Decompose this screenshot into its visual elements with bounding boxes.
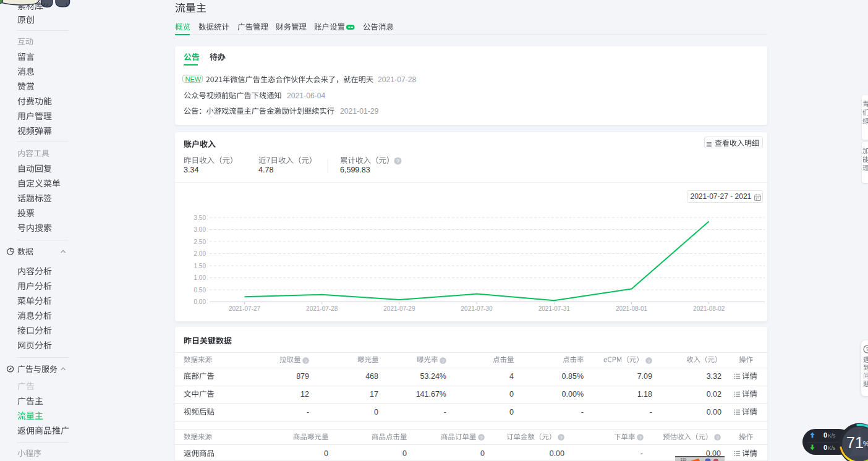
svg-text:?: ? <box>560 434 563 440</box>
svg-text:?: ? <box>716 434 719 440</box>
svg-text:?: ? <box>304 358 307 363</box>
svg-text:?: ? <box>480 434 483 440</box>
svg-text:?: ? <box>639 434 642 440</box>
svg-text:?: ? <box>441 358 445 363</box>
svg-text:?: ? <box>866 346 868 352</box>
svg-text:?: ? <box>647 358 650 363</box>
